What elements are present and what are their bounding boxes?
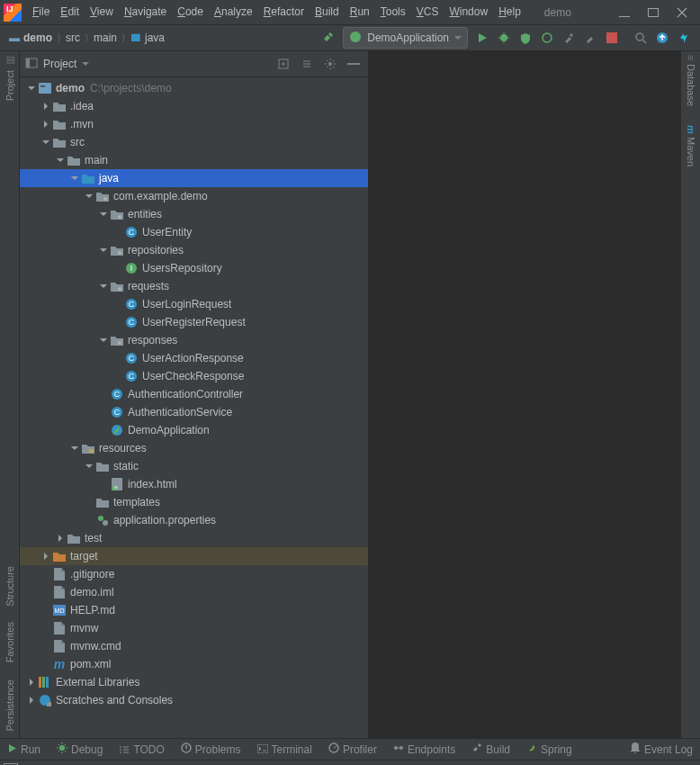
minimize-icon[interactable] <box>619 7 630 18</box>
run-config-dropdown[interactable]: DemoApplication <box>343 27 468 49</box>
menu-view[interactable]: View <box>85 0 119 24</box>
tree-row[interactable]: test <box>20 529 368 547</box>
tree-row[interactable]: templates <box>20 493 368 511</box>
gutter-favorites-tab[interactable]: Favorites <box>4 622 15 662</box>
menu-tools[interactable]: Tools <box>375 0 411 24</box>
toolwin-run-tab[interactable]: Run <box>7 743 40 756</box>
breadcrumb-item[interactable]: ▬demo <box>5 32 56 44</box>
tree-row[interactable]: responses <box>20 331 368 349</box>
tree-row[interactable]: IUsersRepository <box>20 259 368 277</box>
gutter-database-tab[interactable]: ≡ Database <box>686 55 696 107</box>
attach-debug-icon[interactable] <box>579 28 601 48</box>
gutter-maven-tab[interactable]: m Maven <box>686 125 696 167</box>
chevron-right-icon[interactable] <box>25 694 38 706</box>
attach-icon[interactable] <box>558 28 579 48</box>
chevron-down-icon[interactable] <box>83 190 95 202</box>
project-tree[interactable]: demoC:\projects\demo.idea.mvnsrcmainjava… <box>20 77 368 738</box>
menu-navigate[interactable]: Navigate <box>119 0 172 24</box>
chevron-down-icon[interactable] <box>68 172 81 184</box>
tree-row[interactable]: CUserRegisterRequest <box>20 313 368 331</box>
toolwin-event-log-tab[interactable]: Event Log <box>630 742 693 756</box>
breadcrumb-item[interactable]: main <box>90 32 121 44</box>
tree-row[interactable]: Scratches and Consoles <box>20 691 368 709</box>
tree-row[interactable]: static <box>20 457 368 475</box>
tree-row[interactable]: resources <box>20 439 368 457</box>
tree-row[interactable]: repositories <box>20 241 368 259</box>
tree-row[interactable]: CUserLoginRequest <box>20 295 368 313</box>
tree-row[interactable]: mvnw <box>20 619 368 637</box>
tree-row[interactable]: CAuthenticationService <box>20 403 368 421</box>
chevron-down-icon[interactable] <box>40 136 52 148</box>
gear-icon[interactable] <box>321 55 339 73</box>
expand-all-icon[interactable] <box>298 55 316 73</box>
stop-icon[interactable] <box>601 28 623 48</box>
tree-row[interactable]: .idea <box>20 97 368 115</box>
breadcrumb-item[interactable]: ⯀java <box>127 32 168 44</box>
toolwin-endpoints-tab[interactable]: Endpoints <box>393 742 455 756</box>
toolwin-terminal-tab[interactable]: Terminal <box>257 743 312 756</box>
tree-row[interactable]: mpom.xml <box>20 655 368 673</box>
hammer-build-icon[interactable] <box>318 28 339 48</box>
tree-row[interactable]: application.properties <box>20 511 368 529</box>
debug-icon[interactable] <box>493 28 515 48</box>
tree-row[interactable]: target <box>20 547 368 565</box>
tree-row[interactable]: mvnw.cmd <box>20 637 368 655</box>
tree-row[interactable]: java <box>20 169 368 187</box>
chevron-down-icon[interactable] <box>25 82 38 94</box>
chevron-right-icon[interactable] <box>40 550 52 562</box>
chevron-down-icon[interactable] <box>97 334 110 346</box>
tree-row[interactable]: CUserActionResponse <box>20 349 368 367</box>
tree-row[interactable]: CUserEntity <box>20 223 368 241</box>
chevron-right-icon[interactable] <box>40 100 52 112</box>
toolwin-problems-tab[interactable]: Problems <box>181 742 241 756</box>
tree-row[interactable]: com.example.demo <box>20 187 368 205</box>
toolwin-build-tab[interactable]: Build <box>471 742 510 756</box>
menu-help[interactable]: Help <box>493 0 526 24</box>
tree-row[interactable]: .gitignore <box>20 565 368 583</box>
ide-icon[interactable] <box>673 28 695 48</box>
tree-row[interactable]: demo.iml <box>20 583 368 601</box>
tree-row[interactable]: .mvn <box>20 115 368 133</box>
select-open-file-icon[interactable] <box>274 55 292 73</box>
profile-icon[interactable] <box>536 28 558 48</box>
tree-row[interactable]: Hindex.html <box>20 475 368 493</box>
menu-run[interactable]: Run <box>345 0 375 24</box>
tree-row[interactable]: src <box>20 133 368 151</box>
menu-window[interactable]: Window <box>444 0 493 24</box>
tree-row[interactable]: MDHELP.md <box>20 601 368 619</box>
close-icon[interactable] <box>677 7 687 18</box>
tree-row[interactable]: DemoApplication <box>20 421 368 439</box>
chevron-right-icon[interactable] <box>40 118 52 130</box>
menu-refactor[interactable]: Refactor <box>258 0 310 24</box>
run-icon[interactable] <box>471 28 493 48</box>
breadcrumb-item[interactable]: src <box>62 32 84 44</box>
tree-row[interactable]: CAuthenticationController <box>20 385 368 403</box>
chevron-right-icon[interactable] <box>54 532 67 544</box>
tree-row[interactable]: demoC:\projects\demo <box>20 79 368 97</box>
toolwin-debug-tab[interactable]: Debug <box>57 742 103 756</box>
menu-file[interactable]: File <box>27 0 55 24</box>
menu-build[interactable]: Build <box>310 0 345 24</box>
toolwin-profiler-tab[interactable]: Profiler <box>328 742 377 756</box>
search-icon[interactable] <box>630 28 651 48</box>
chevron-down-icon[interactable] <box>83 460 95 472</box>
chevron-down-icon[interactable] <box>68 442 81 454</box>
menu-code[interactable]: Code <box>172 0 209 24</box>
tree-row[interactable]: CUserCheckResponse <box>20 367 368 385</box>
toolwin-todo-tab[interactable]: TODO <box>119 743 164 756</box>
menu-edit[interactable]: Edit <box>55 0 85 24</box>
gutter-project-tab[interactable]: Project ▤ <box>4 55 15 101</box>
chevron-down-icon[interactable] <box>97 244 110 256</box>
gutter-persistence-tab[interactable]: Persistence <box>4 680 15 731</box>
toolwin-spring-tab[interactable]: Spring <box>526 742 572 756</box>
chevron-right-icon[interactable] <box>25 676 38 688</box>
chevron-down-icon[interactable] <box>82 58 89 70</box>
chevron-down-icon[interactable] <box>97 208 110 220</box>
maximize-icon[interactable] <box>648 7 659 18</box>
update-icon[interactable] <box>651 28 673 48</box>
menu-vcs[interactable]: VCS <box>411 0 444 24</box>
menu-analyze[interactable]: Analyze <box>209 0 258 24</box>
tree-row[interactable]: entities <box>20 205 368 223</box>
hide-icon[interactable] <box>345 55 363 73</box>
chevron-down-icon[interactable] <box>97 280 110 292</box>
